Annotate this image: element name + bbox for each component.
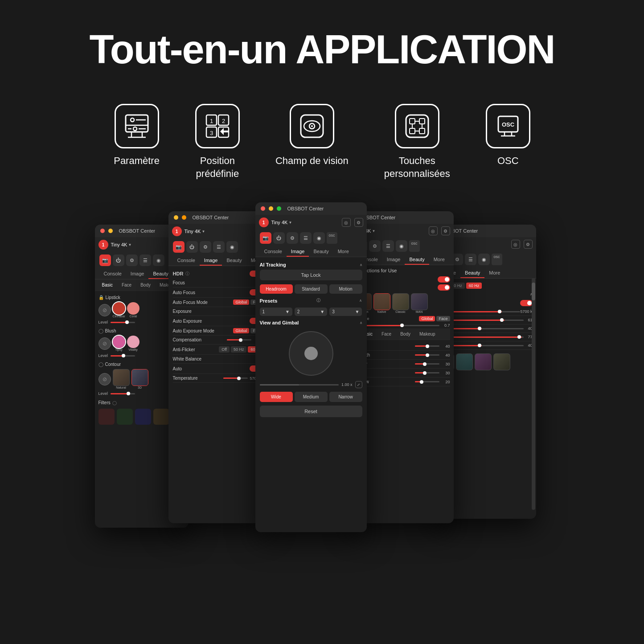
- freq-50[interactable]: 50 Hz: [231, 346, 247, 353]
- ft-2[interactable]: [456, 353, 473, 370]
- tab-image-4[interactable]: Image: [382, 254, 405, 265]
- comp-slider[interactable]: [227, 339, 251, 340]
- tab-beauty-2[interactable]: Beauty: [222, 255, 246, 266]
- toolbar-set-2[interactable]: ⚙: [200, 241, 211, 253]
- preset-1[interactable]: 1 ▼: [260, 308, 292, 316]
- toolbar-fac-5[interactable]: ◉: [478, 254, 490, 265]
- headroom-btn[interactable]: Headroom: [260, 284, 293, 294]
- toolbar-cam-3[interactable]: 📷: [260, 232, 271, 244]
- blush-slider[interactable]: [111, 355, 135, 357]
- filter-thumb-5-3[interactable]: [475, 353, 492, 370]
- tab-more-4[interactable]: More: [429, 254, 449, 265]
- remode-global[interactable]: Global: [419, 316, 435, 321]
- toolbar-doc-4[interactable]: ☰: [382, 240, 394, 252]
- win3-icon-1[interactable]: ◎: [342, 218, 351, 227]
- vitality-swatch[interactable]: [127, 336, 139, 348]
- blush-tipsy[interactable]: Tipsy: [113, 336, 125, 351]
- toolbar-2[interactable]: 📷 ⏻ ⚙ ☰ ◉: [168, 239, 267, 255]
- clarify-slider[interactable]: [415, 363, 439, 365]
- classic-face[interactable]: Classic: [392, 293, 409, 313]
- lipstick-cinnabar[interactable]: Cinnabar: [113, 302, 125, 318]
- tone-slider[interactable]: [415, 345, 439, 347]
- win4-icon-2[interactable]: ⚙: [441, 226, 450, 235]
- touch-toggle[interactable]: [438, 276, 450, 283]
- toolbar-power-btn[interactable]: ⏻: [113, 254, 124, 266]
- win3-icon-2[interactable]: ⚙: [354, 218, 363, 227]
- view-gimbal-chevron[interactable]: ∧: [360, 321, 362, 325]
- native-thumb[interactable]: [373, 293, 390, 310]
- medium-btn[interactable]: Medium: [295, 392, 328, 402]
- win5-icon-1[interactable]: ◎: [511, 240, 520, 249]
- 3d-thumb[interactable]: [131, 369, 148, 386]
- filter-thumb-5-4[interactable]: [493, 353, 510, 370]
- subtab-body-1[interactable]: Body: [137, 281, 154, 289]
- man-thumb[interactable]: [411, 293, 428, 310]
- subtabs-4[interactable]: Basic Face Body Makeup: [355, 328, 450, 340]
- subtab-face-1[interactable]: Face: [118, 281, 135, 289]
- subtab-body-4[interactable]: Body: [397, 330, 414, 338]
- filter-2[interactable]: [117, 409, 133, 425]
- man-face[interactable]: MAN: [411, 293, 428, 313]
- tab-more-3[interactable]: More: [333, 246, 353, 257]
- on-slider[interactable]: [361, 325, 439, 326]
- toolbar-doc-btn[interactable]: ☰: [139, 254, 151, 266]
- toolbar-set-4[interactable]: ⚙: [369, 240, 381, 252]
- ai-tracking-chevron[interactable]: ∧: [360, 263, 362, 267]
- subtab-face-4[interactable]: Face: [378, 330, 395, 338]
- temp-slider[interactable]: [223, 377, 248, 379]
- toolbar-settings-btn[interactable]: ⚙: [126, 254, 138, 266]
- win5-icon-2[interactable]: ⚙: [524, 240, 533, 249]
- toolbar-doc-5[interactable]: ☰: [465, 254, 476, 265]
- motion-btn[interactable]: Motion: [329, 284, 362, 294]
- toolbar-doc-2[interactable]: ☰: [213, 241, 225, 253]
- reset-btn[interactable]: Reset: [260, 406, 362, 417]
- lipstick-none-btn[interactable]: ⊘: [98, 304, 111, 316]
- tap-lock-btn[interactable]: Tap Lock: [260, 270, 362, 280]
- wide-btn[interactable]: Wide: [260, 392, 293, 402]
- ft-3[interactable]: [475, 353, 492, 370]
- smooth-slider[interactable]: [415, 354, 439, 356]
- win4-icon-1[interactable]: ◎: [429, 226, 438, 235]
- re-toggle[interactable]: [438, 284, 450, 291]
- joystick[interactable]: [289, 331, 333, 376]
- narrow-btn[interactable]: Narrow: [329, 392, 362, 402]
- toolbar-fac-4[interactable]: ◉: [396, 240, 407, 252]
- toolbar-fac-2[interactable]: ◉: [226, 241, 238, 253]
- tab-image-1[interactable]: Image: [126, 268, 149, 279]
- view-btn-row[interactable]: Wide Medium Narrow: [260, 390, 362, 404]
- freq-60-5[interactable]: 60 Hz: [466, 283, 482, 289]
- toolbar-pow-2[interactable]: ⏻: [186, 241, 198, 253]
- zoom-icon[interactable]: ⤢: [355, 381, 362, 388]
- toolbar-pow-3[interactable]: ⏻: [273, 232, 285, 244]
- scrollbar-5[interactable]: [532, 278, 535, 510]
- ae-global[interactable]: Global: [233, 328, 249, 333]
- cinnabar-swatch[interactable]: [113, 302, 125, 315]
- tab-image-2[interactable]: Image: [200, 255, 222, 266]
- tabs-3[interactable]: Console Image Beauty More: [255, 246, 367, 257]
- toolbar-face-btn[interactable]: ◉: [153, 254, 164, 266]
- toolbar-fac-3[interactable]: ◉: [313, 232, 325, 244]
- toolbar-camera-btn[interactable]: 📷: [99, 254, 111, 266]
- subtab-basic-1[interactable]: Basic: [98, 281, 116, 289]
- preset-3[interactable]: 3 ▼: [329, 308, 362, 316]
- preset-2[interactable]: 2 ▼: [295, 308, 327, 316]
- toolbar-cam-2[interactable]: 📷: [173, 241, 185, 253]
- tabs-2[interactable]: Console Image Beauty More: [168, 255, 267, 266]
- scroll-thumb-5[interactable]: [532, 283, 535, 300]
- global-badge[interactable]: Global: [233, 299, 249, 305]
- freq-off[interactable]: Off: [219, 346, 230, 353]
- track-btn-row[interactable]: Headroom Standard Motion: [260, 283, 362, 295]
- slim-slider[interactable]: [415, 372, 439, 373]
- tipsy-swatch[interactable]: [113, 336, 125, 348]
- contour-3d[interactable]: 3D: [131, 369, 148, 389]
- filter-1[interactable]: [98, 409, 115, 425]
- tab-beauty-4[interactable]: Beauty: [405, 254, 429, 265]
- tab-more-5[interactable]: More: [484, 267, 505, 278]
- remode-face[interactable]: Face: [436, 316, 450, 321]
- blush-vitality[interactable]: Vitality: [127, 336, 139, 351]
- native-face[interactable]: Native: [373, 293, 390, 313]
- zoom-track[interactable]: [260, 384, 339, 386]
- lipstick-slider[interactable]: [111, 322, 135, 323]
- coral-swatch[interactable]: [127, 302, 139, 315]
- contour-none-btn[interactable]: ⊘: [98, 373, 111, 386]
